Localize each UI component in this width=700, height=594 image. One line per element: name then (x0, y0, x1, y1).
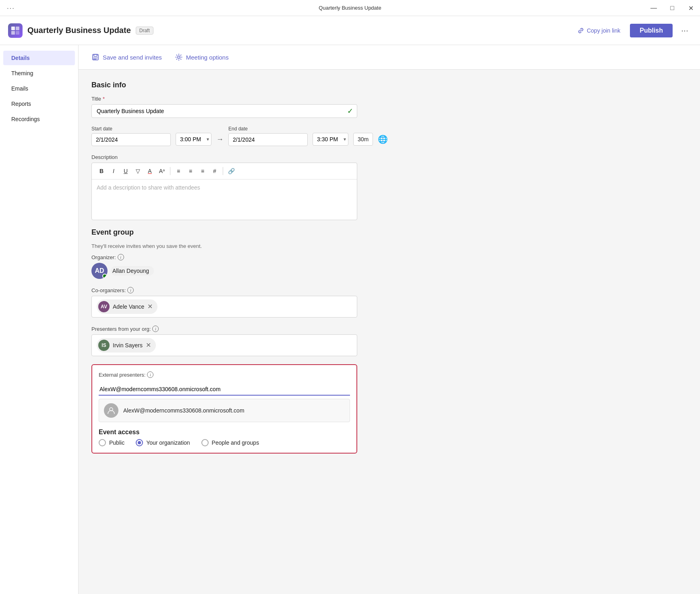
bullet-list-button[interactable]: ≡ (197, 165, 208, 177)
app-title: Quarterly Business Update (27, 26, 131, 35)
event-access-title: Event access (99, 429, 350, 436)
event-group-desc: They'll receive invites when you save th… (91, 243, 687, 249)
online-badge (102, 274, 107, 278)
access-option-your-org[interactable]: Your organization (136, 439, 190, 446)
title-bar-dots: ⋯ (6, 3, 15, 13)
public-radio[interactable] (99, 439, 106, 446)
organizer-info-icon[interactable]: i (118, 254, 124, 260)
external-email-input[interactable] (99, 384, 350, 396)
title-check-icon: ✓ (347, 107, 353, 116)
sidebar-item-reports[interactable]: Reports (3, 97, 75, 111)
content-area: Save and send invites Meeting options Ba… (79, 45, 700, 594)
sidebar-item-details[interactable]: Details (3, 51, 75, 65)
description-box: B I U ▽ A Aᵃ ≡ ≡ ≡ # 🔗 Add a des (91, 163, 357, 220)
start-date-label: Start date (91, 126, 171, 132)
draft-badge: Draft (136, 27, 153, 35)
sidebar: Details Theming Emails Reports Recording… (0, 45, 79, 594)
presenter-chip: IS Irvin Sayers ✕ (97, 338, 156, 353)
italic-button[interactable]: I (108, 165, 119, 177)
presenters-field[interactable]: IS Irvin Sayers ✕ (91, 334, 357, 356)
meeting-options-button[interactable]: Meeting options (172, 52, 232, 63)
presenters-label: Presenters from your org: i (91, 326, 687, 332)
numbered-list-button[interactable]: # (209, 165, 220, 177)
app-bar: Quarterly Business Update Draft Copy joi… (0, 16, 700, 45)
close-button[interactable]: ✕ (681, 0, 700, 16)
basic-info-title: Basic info (91, 81, 687, 89)
link-icon (577, 27, 584, 34)
presenters-group: Presenters from your org: i IS Irvin Say… (91, 326, 687, 356)
toolbar-divider-2 (223, 167, 223, 175)
minimize-button[interactable]: — (644, 0, 663, 16)
font-color-button[interactable]: A (144, 165, 155, 177)
title-input-wrapper: ✓ (91, 104, 357, 118)
main-layout: Details Theming Emails Reports Recording… (0, 45, 700, 594)
remove-presenter-button[interactable]: ✕ (146, 342, 151, 349)
access-option-people-groups[interactable]: People and groups (201, 439, 259, 446)
title-field-group: Title * ✓ (91, 96, 687, 118)
co-organizer-chip: AV Adele Vance ✕ (97, 299, 157, 314)
svg-rect-5 (94, 54, 97, 56)
suggestion-avatar (104, 403, 118, 418)
align-center-button[interactable]: ≡ (185, 165, 196, 177)
email-suggestion-item[interactable]: AlexW@moderncomms330608.onmicrosoft.com (99, 399, 350, 422)
underline-button[interactable]: U (120, 165, 131, 177)
event-access-section: Event access Public Your organization (99, 429, 350, 446)
svg-rect-3 (16, 31, 19, 35)
description-toolbar: B I U ▽ A Aᵃ ≡ ≡ ≡ # 🔗 (92, 163, 357, 179)
end-date-input[interactable] (228, 133, 308, 146)
sidebar-item-theming[interactable]: Theming (3, 66, 75, 80)
start-date-input[interactable] (91, 133, 171, 146)
person-icon (107, 406, 116, 415)
copy-join-link-button[interactable]: Copy join link (572, 25, 625, 37)
organizer-chip: Allan Deyoung (111, 266, 154, 276)
presenters-info-icon[interactable]: i (152, 326, 159, 332)
align-left-button[interactable]: ≡ (173, 165, 184, 177)
strikethrough-button[interactable]: ▽ (132, 165, 143, 177)
organizer-label: Organizer: i (91, 254, 687, 260)
your-org-radio[interactable] (136, 439, 143, 446)
title-required: * (103, 96, 105, 102)
external-presenters-info-icon[interactable]: i (147, 371, 153, 378)
save-send-invites-button[interactable]: Save and send invites (88, 52, 165, 63)
co-organizers-group: Co-organizers: i AV Adele Vance ✕ (91, 287, 687, 318)
access-option-public[interactable]: Public (99, 439, 124, 446)
svg-point-6 (178, 56, 180, 58)
end-date-label: End date (228, 126, 308, 132)
maximize-button[interactable]: □ (663, 0, 681, 16)
external-presenters-label: External presenters: i (99, 371, 350, 378)
start-time-select[interactable]: 3:00 PM (176, 133, 211, 146)
timezone-button[interactable]: 🌐 (378, 134, 388, 144)
duration-badge: 30m (353, 133, 373, 146)
sidebar-item-recordings[interactable]: Recordings (3, 112, 75, 126)
title-input[interactable] (91, 104, 357, 118)
link-button[interactable]: 🔗 (226, 165, 237, 177)
end-time-select[interactable]: 3:30 PM (313, 133, 348, 146)
co-organizers-field[interactable]: AV Adele Vance ✕ (91, 296, 357, 318)
dots-icon: ⋯ (6, 3, 15, 13)
access-radio-group: Public Your organization People and grou… (99, 439, 350, 446)
description-group: Description B I U ▽ A Aᵃ ≡ ≡ ≡ # (91, 154, 687, 220)
co-organizer-info-icon[interactable]: i (127, 287, 134, 293)
toolbar-divider-1 (170, 167, 170, 175)
form-area: Basic info Title * ✓ Start date (79, 70, 700, 473)
svg-rect-2 (11, 31, 15, 35)
sidebar-item-emails[interactable]: Emails (3, 81, 75, 96)
content-toolbar: Save and send invites Meeting options (79, 45, 700, 70)
save-icon (91, 53, 99, 61)
publish-button[interactable]: Publish (630, 24, 673, 37)
svg-rect-0 (11, 27, 15, 30)
more-options-button[interactable]: ⋯ (677, 23, 692, 38)
bold-button[interactable]: B (96, 165, 107, 177)
people-groups-radio[interactable] (201, 439, 209, 446)
organizer-avatar: AD (91, 263, 108, 279)
window-title: Quarterly Business Update (319, 5, 381, 11)
description-input[interactable]: Add a description to share with attendee… (92, 179, 357, 220)
external-presenters-section: External presenters: i AlexW@moderncomms… (91, 364, 357, 454)
arrow-icon: → (216, 135, 224, 144)
font-size-button[interactable]: Aᵃ (156, 165, 168, 177)
date-row: Start date 3:00 PM → End date 3:30 PM (91, 126, 687, 146)
app-bar-right: Copy join link Publish ⋯ (572, 23, 692, 38)
end-date-group: End date (228, 126, 308, 146)
remove-co-organizer-button[interactable]: ✕ (147, 303, 153, 310)
description-label: Description (91, 154, 687, 160)
